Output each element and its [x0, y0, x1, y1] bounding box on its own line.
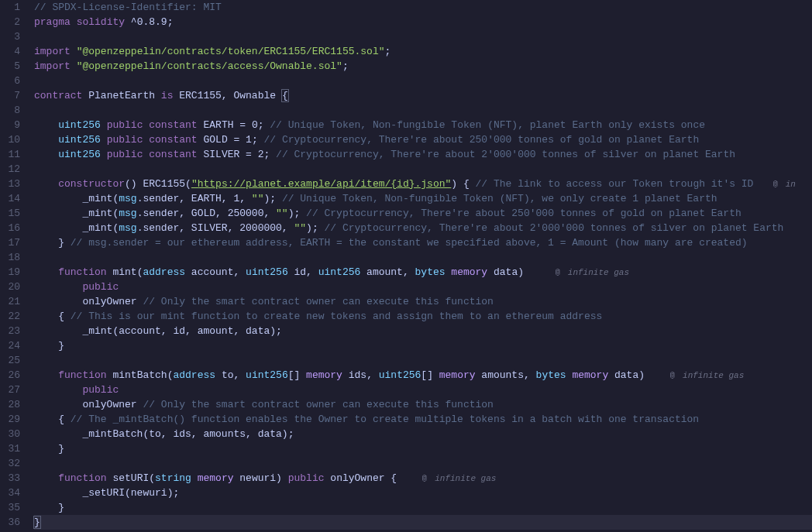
- code-line[interactable]: [34, 456, 812, 471]
- comment: // Unique Token, Non-fungible Token (NFT…: [270, 119, 705, 131]
- gas-icon: 🛢: [669, 372, 676, 380]
- text: .sender, GOLD, 250000,: [137, 208, 276, 219]
- line-number: 13: [6, 177, 20, 191]
- text: _mint(: [34, 222, 119, 234]
- code-line-active[interactable]: }: [34, 515, 812, 530]
- keyword: pragma: [34, 16, 71, 28]
- line-number: 25: [6, 353, 20, 368]
- text: _mint(: [34, 208, 119, 219]
- line-number-gutter: 1 2 3 4 5 6 7 8 9 10 11 12 13 14 15 16 1…: [0, 0, 31, 532]
- text: amounts,: [476, 369, 536, 381]
- text: ) {: [451, 178, 475, 190]
- text: to,: [215, 369, 246, 381]
- code-line[interactable]: // SPDX-License-Identifier: MIT: [34, 0, 812, 15]
- keyword: solidity: [77, 16, 125, 28]
- keyword: function: [58, 369, 106, 381]
- line-number: 30: [6, 427, 20, 441]
- line-number: 18: [6, 250, 20, 265]
- code-line[interactable]: constructor() ERC1155("https://planet.ex…: [34, 177, 812, 191]
- code-line[interactable]: uint256 public constant SILVER = 2; // C…: [34, 147, 812, 162]
- code-line[interactable]: public: [34, 280, 812, 294]
- type: address: [143, 266, 185, 278]
- text: ;: [342, 60, 349, 72]
- line-number: 17: [6, 235, 20, 250]
- code-line[interactable]: _mint(account, id, amount, data);: [34, 324, 812, 338]
- line-number: 35: [6, 500, 20, 515]
- code-line[interactable]: } // msg.sender = our ethereum address, …: [34, 235, 812, 250]
- code-line[interactable]: }: [34, 500, 812, 515]
- code-line[interactable]: }: [34, 441, 812, 456]
- type: uint256: [246, 369, 288, 381]
- text: .sender, SILVER, 2000000,: [137, 222, 294, 234]
- text: _mint(: [34, 193, 119, 204]
- code-line[interactable]: [34, 74, 812, 88]
- comment: // Only the smart contract owner can exe…: [143, 399, 493, 410]
- text: }: [34, 237, 71, 249]
- line-number: 9: [6, 118, 20, 132]
- type: uint256: [246, 266, 288, 278]
- code-line[interactable]: _mint(msg.sender, GOLD, 250000, ""); // …: [34, 206, 812, 221]
- code-line[interactable]: _mint(msg.sender, SILVER, 2000000, ""); …: [34, 221, 812, 235]
- line-number: 19: [6, 265, 20, 280]
- text: account,: [185, 266, 246, 278]
- keyword: contract: [34, 90, 82, 101]
- type: uint256: [58, 134, 101, 146]
- code-line[interactable]: { // The _mintBatch() function enables t…: [34, 412, 812, 427]
- keyword: constant: [149, 119, 197, 131]
- comment: // Cryptocurrency, There're about 250'00…: [306, 208, 741, 219]
- text: _setURI(newuri);: [34, 487, 179, 499]
- code-line[interactable]: onlyOwner // Only the smart contract own…: [34, 397, 812, 412]
- keyword: constant: [149, 134, 197, 146]
- keyword: is: [161, 90, 174, 101]
- text: }: [34, 443, 64, 455]
- text: data): [487, 266, 524, 278]
- text: data): [608, 369, 645, 381]
- msg: msg: [119, 208, 136, 219]
- code-line[interactable]: function mintBatch(address to, uint256[]…: [34, 368, 812, 383]
- type: uint256: [379, 369, 421, 381]
- line-number: 24: [6, 338, 20, 353]
- keyword: constant: [149, 149, 197, 160]
- code-line[interactable]: pragma solidity ^0.8.9;: [34, 15, 812, 29]
- text: EARTH = 0;: [198, 119, 270, 131]
- code-line[interactable]: function mint(address account, uint256 i…: [34, 265, 812, 280]
- line-number: 32: [6, 456, 20, 471]
- keyword: function: [58, 472, 106, 484]
- type: uint256: [58, 149, 101, 160]
- gas-hint: infinite gas: [435, 474, 496, 483]
- keyword: public: [107, 134, 143, 146]
- code-line[interactable]: import "@openzeppelin/contracts/token/ER…: [34, 44, 812, 59]
- code-line[interactable]: _mintBatch(to, ids, amounts, data);: [34, 427, 812, 441]
- text: }: [34, 502, 64, 513]
- code-line[interactable]: contract PlanetEarth is ERC1155, Ownable…: [34, 88, 812, 103]
- code-line[interactable]: { // This is our mint function to create…: [34, 309, 812, 324]
- text: ^0.8.9;: [125, 16, 173, 28]
- code-line[interactable]: [34, 353, 812, 368]
- comment: // Only the smart contract owner can exe…: [143, 296, 493, 307]
- code-line[interactable]: import "@openzeppelin/contracts/access/O…: [34, 59, 812, 74]
- code-line[interactable]: [34, 103, 812, 118]
- type: address: [173, 369, 215, 381]
- code-line[interactable]: uint256 public constant EARTH = 0; // Un…: [34, 118, 812, 132]
- code-line[interactable]: [34, 250, 812, 265]
- code-area[interactable]: // SPDX-License-Identifier: MIT pragma s…: [31, 0, 812, 532]
- type: uint256: [318, 266, 361, 278]
- code-line[interactable]: onlyOwner // Only the smart contract own…: [34, 294, 812, 309]
- comment: // Cryptocurrency, There're about 2'000'…: [276, 149, 735, 160]
- keyword: function: [58, 266, 106, 278]
- msg: msg: [119, 222, 136, 234]
- code-line[interactable]: public: [34, 383, 812, 397]
- keyword: public: [82, 281, 119, 293]
- text: ids,: [342, 369, 379, 381]
- code-line[interactable]: }: [34, 338, 812, 353]
- code-line[interactable]: _setURI(newuri);: [34, 486, 812, 500]
- code-line[interactable]: uint256 public constant GOLD = 1; // Cry…: [34, 132, 812, 147]
- text: mint(: [107, 266, 143, 278]
- text: []: [421, 369, 439, 381]
- code-line[interactable]: [34, 162, 812, 177]
- code-line[interactable]: [34, 29, 812, 44]
- code-line[interactable]: function setURI(string memory newuri) pu…: [34, 471, 812, 486]
- line-number: 14: [6, 191, 20, 206]
- comment: // Cryptocurrency, There're about 2'000'…: [324, 222, 783, 234]
- code-line[interactable]: _mint(msg.sender, EARTH, 1, ""); // Uniq…: [34, 191, 812, 206]
